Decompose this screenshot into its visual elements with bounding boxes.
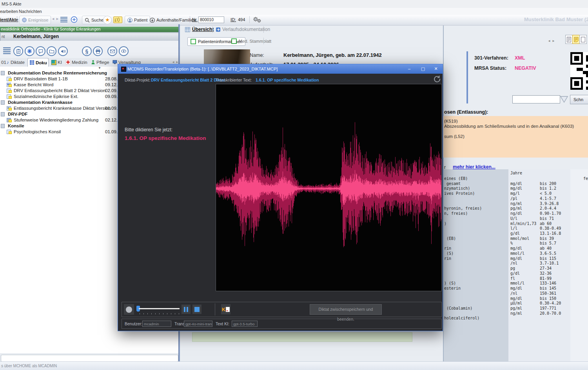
mail-icon[interactable] xyxy=(107,46,117,56)
lab-range: 133-146 xyxy=(540,281,556,285)
subtab-med-stammblatt[interactable]: Med. Stammblatt xyxy=(231,37,271,45)
lab-row: U/lbis 71 xyxy=(443,216,588,221)
grid-icon xyxy=(30,60,34,65)
maximize-icon[interactable]: ▢ xyxy=(417,64,429,74)
user-input[interactable]: mcadmin xyxy=(142,321,171,327)
ereignisse-label: Ereignisse xyxy=(28,18,48,22)
note-view-button[interactable] xyxy=(572,35,580,44)
note-icon: ♪ xyxy=(7,58,9,67)
patient-button[interactable]: Patient xyxy=(125,16,150,24)
lab-range: 20.0-70.0 xyxy=(540,311,561,316)
speech-bubble-icon[interactable] xyxy=(36,46,45,56)
slider-tick xyxy=(140,313,140,314)
nav-back-icon[interactable]: ◄ xyxy=(51,17,55,21)
favorite-star-icon[interactable]: ★ xyxy=(103,16,112,24)
speaker-icon[interactable] xyxy=(58,46,68,56)
printer-icon[interactable] xyxy=(93,46,103,56)
panel-scroll-left-icon[interactable]: ◄ xyxy=(548,39,551,43)
horizontal-scrollbar[interactable] xyxy=(1,355,178,362)
dialog-titlebar[interactable]: MCDMS Recorder/Transkription (Beta-1): [… xyxy=(118,64,443,74)
ereignisse-button[interactable]: Ereignisse xyxy=(19,16,51,24)
diagnosis-line: sum (L52) xyxy=(444,134,465,139)
diagnosis-line: Abszessbildung am Schließmuskels und in … xyxy=(444,124,574,129)
tab-01[interactable]: 01 xyxy=(1,58,6,67)
splitter-arrow-icon[interactable]: ▼ xyxy=(98,66,101,70)
verlaufsdokumentation-icon xyxy=(216,27,221,32)
tree-label: Kasse Bericht Word xyxy=(14,82,53,88)
tab-verlaufsdokumentation[interactable]: Verlaufsdokumentation xyxy=(222,27,270,32)
save-and-close-button[interactable]: Diktat zwischenspeichern und beenden. xyxy=(310,304,382,315)
menu-nachrichten[interactable]: Nachrichten xyxy=(19,8,42,15)
lab-unit: l/l xyxy=(510,226,517,230)
lab-range: 0.38-0.49 xyxy=(540,226,561,230)
refresh-icon[interactable] xyxy=(433,75,441,83)
close-icon[interactable]: ✕ xyxy=(430,64,442,74)
slider-track[interactable] xyxy=(139,308,180,309)
tab-medizin[interactable]: Medizin xyxy=(72,58,87,67)
lab-range: 81-99 xyxy=(540,276,552,281)
ki-icon: K xyxy=(222,307,225,312)
aufenthalte-button[interactable]: Aufenthalte/Familien xyxy=(147,16,198,24)
transkr-input[interactable]: gpt-4o-mini-trans xyxy=(184,321,212,327)
lab-name: n, freies) xyxy=(444,211,468,216)
eye-icon[interactable] xyxy=(119,46,129,56)
transcript-label: Transkribierter Text: xyxy=(216,78,252,82)
paragraph-icon[interactable]: § xyxy=(82,46,92,56)
clipboard-icon[interactable] xyxy=(13,46,23,56)
nr-input[interactable]: 800010 xyxy=(198,16,224,23)
person-icon xyxy=(127,18,132,23)
list-menu-icon[interactable] xyxy=(60,16,68,23)
panel-scroll-right-icon[interactable]: ► xyxy=(552,39,555,43)
search-icon xyxy=(85,18,90,23)
tab-doku-label: Doku xyxy=(36,58,47,67)
lab-name: eines (EB) xyxy=(444,176,468,181)
textki-input[interactable]: gpt-3.5-turbo xyxy=(232,321,258,327)
more-link[interactable]: mehr hier klicken... xyxy=(453,164,495,170)
tab-pflege[interactable]: Pflege xyxy=(96,58,109,67)
folder-icon[interactable] xyxy=(47,46,56,56)
tab-diktate[interactable]: Diktate xyxy=(11,58,25,67)
lab-range: 150-361 xyxy=(540,291,556,296)
lab-name: nzymatisch) xyxy=(444,186,470,190)
pause-button[interactable] xyxy=(181,305,191,314)
lab-name: rin xyxy=(444,246,451,250)
gears-icon[interactable] xyxy=(252,16,262,24)
filter-combobox[interactable] xyxy=(512,95,560,103)
lab-range: 0.30-4.20 xyxy=(540,301,561,305)
lab-range: 3.6-5.5 xyxy=(540,251,556,256)
suche-button[interactable]: Suche xyxy=(82,16,106,24)
doc-view-button[interactable] xyxy=(565,35,573,44)
patient-akte-link[interactable]: ient/Akte xyxy=(0,15,18,24)
verfahren-label: 301-Verfahren: xyxy=(474,55,508,61)
tree-item-date: 09.12. xyxy=(105,82,118,88)
tab-uebersicht[interactable]: Übersicht xyxy=(192,27,214,32)
lab-row: (EB)mmol/molbis 39 xyxy=(443,236,588,241)
add-icon[interactable] xyxy=(71,16,78,23)
record-button[interactable] xyxy=(124,304,134,315)
lab-row: /nl3.7-10.1 xyxy=(443,261,588,266)
stop-button[interactable] xyxy=(192,305,201,314)
schn-button[interactable]: Schn xyxy=(570,95,588,104)
tree-label: Dokumentation Deutsche Rentenversicherun… xyxy=(8,70,107,76)
lab-row: fl81-99 xyxy=(443,276,588,281)
rfid-icon[interactable] xyxy=(113,16,122,23)
lab-row: holecalciferol) xyxy=(443,316,588,321)
lab-unit: pg/ml xyxy=(510,206,522,210)
ki-transcribe-button[interactable]: K xyxy=(221,304,230,314)
page-view-button[interactable] xyxy=(579,35,587,44)
minimize-icon[interactable]: – xyxy=(403,64,415,74)
menu-bearbeiten[interactable]: earbeiten xyxy=(0,8,18,15)
suche-label: Suche xyxy=(91,18,103,22)
tab-ki[interactable]: KI xyxy=(58,58,62,67)
lab-range: bis 145 xyxy=(540,286,556,290)
tab-doku[interactable]: Doku xyxy=(27,58,49,67)
folder-group-icon xyxy=(1,100,5,105)
lab-unit: /pl xyxy=(510,196,517,201)
status-text: s über MCHOME als MCADMIN xyxy=(0,364,57,368)
tree-label: DRV Basisdaten Blatt 1-1B xyxy=(14,76,68,82)
gear-icon[interactable] xyxy=(25,46,34,56)
tree-label: Konsile xyxy=(8,123,24,129)
nav-forward-icon[interactable]: ► xyxy=(56,17,59,21)
hamburger-icon[interactable] xyxy=(3,47,11,54)
dropdown-triangle-icon[interactable] xyxy=(560,96,568,103)
